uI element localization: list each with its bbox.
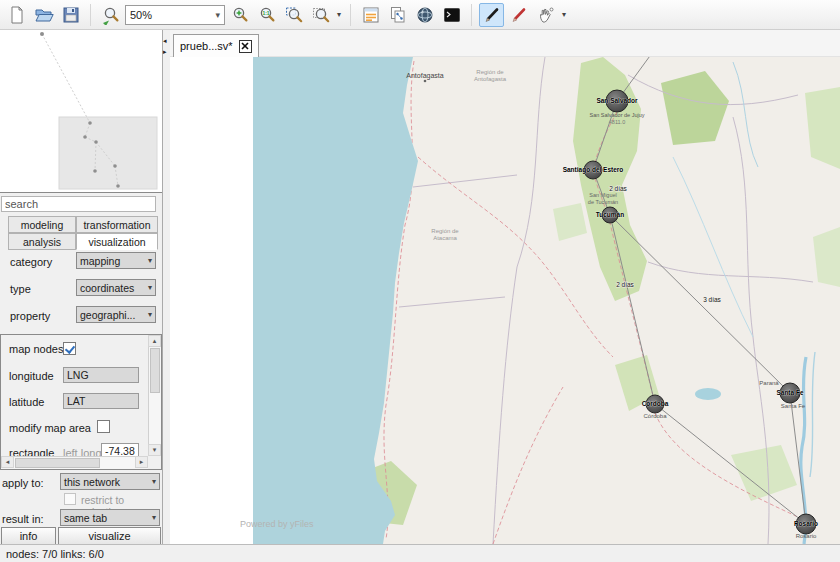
console-button[interactable]	[439, 3, 464, 27]
property-value: geographi...	[80, 309, 135, 321]
chevron-down-icon: ▾	[148, 310, 152, 319]
map-place-label: Región de	[476, 69, 504, 75]
scroll-right-icon[interactable]: ▸	[135, 456, 148, 468]
edge-label: 2 días	[616, 281, 634, 288]
map: AntofagastaRegión deAntofagastaRegión de…	[253, 57, 840, 544]
horizontal-scroll-thumb[interactable]	[15, 458, 100, 468]
zoom-fit-icon	[101, 5, 121, 25]
apply-to-label: apply to:	[2, 477, 44, 489]
zoom-in-button[interactable]	[227, 3, 252, 27]
console-icon	[442, 5, 462, 25]
overview-viewport-rect[interactable]	[59, 117, 157, 189]
globe-icon	[415, 5, 435, 25]
zoom-selection-button[interactable]	[281, 3, 306, 27]
zoom-in-icon	[230, 5, 250, 25]
map-place-label: Atacama	[433, 235, 457, 241]
tab-analysis[interactable]: analysis	[8, 233, 76, 250]
document-tab[interactable]: prueb...sv*	[173, 34, 259, 57]
hand-menu-caret[interactable]: ▾	[562, 10, 566, 19]
node-label: Santa Fe	[776, 389, 803, 396]
map-nodes-label: map nodes	[9, 343, 63, 355]
map-place-label: Antofagasta	[474, 76, 507, 82]
scroll-left-icon[interactable]: ◂	[1, 456, 14, 468]
panel-splitter[interactable]: ◂ ▸	[163, 30, 170, 544]
chevron-down-icon: ▾	[152, 513, 156, 522]
toolbar-separator	[350, 4, 351, 26]
result-in-select[interactable]: same tab▾	[60, 509, 160, 526]
latitude-field[interactable]: LAT	[63, 393, 139, 409]
globe-view-button[interactable]	[412, 3, 437, 27]
property-select[interactable]: geographi...▾	[76, 306, 156, 323]
map-nodes-checkbox[interactable]	[63, 342, 76, 355]
vertical-scroll-thumb[interactable]	[150, 348, 160, 393]
longitude-field[interactable]: LNG	[63, 367, 139, 383]
left-panel: modeling transformation analysis visuali…	[0, 30, 163, 544]
edge-label: 3 días	[703, 296, 721, 303]
zoom-rectangle-button[interactable]	[308, 3, 333, 27]
restrict-to-selection-checkbox[interactable]	[64, 493, 76, 505]
zoom-menu-caret[interactable]: ▾	[337, 10, 341, 19]
scroll-up-icon[interactable]: ▴	[148, 335, 161, 347]
zoom-actual-size-icon: 1:1	[257, 5, 277, 25]
map-attribution: Powered by yFiles	[240, 519, 314, 529]
latitude-value: LAT	[67, 395, 85, 407]
application-window: 50% ▾ 1:1 ▾	[0, 0, 840, 562]
status-bar: nodes: 7/0 links: 6/0	[0, 544, 840, 562]
node-label: Santiago del Estero	[563, 166, 624, 174]
type-select[interactable]: coordinates▾	[76, 279, 156, 296]
save-button[interactable]	[58, 3, 83, 27]
properties-panel-button[interactable]	[358, 3, 383, 27]
toolbar: 50% ▾ 1:1 ▾	[0, 0, 840, 30]
result-in-value: same tab	[64, 512, 107, 524]
map-city-dot	[424, 80, 427, 83]
tab-modeling[interactable]: modeling	[8, 216, 76, 233]
visualize-button[interactable]: visualize	[58, 527, 161, 545]
map-place-label: Santa Fe	[781, 403, 806, 409]
zoom-actual-size-button[interactable]: 1:1	[254, 3, 279, 27]
mapping-options-panel: map nodes longitude LNG latitude LAT mod…	[0, 334, 162, 470]
map-place-label: Córdoba	[643, 413, 667, 419]
options-vertical-scrollbar[interactable]: ▴ ▾	[148, 335, 161, 456]
map-place-label: San Salvador de Jujuy	[589, 112, 644, 118]
collapse-right-icon[interactable]: ▸	[163, 47, 167, 57]
open-file-button[interactable]	[31, 3, 56, 27]
document-tabbar: prueb...sv*	[170, 30, 840, 57]
node-label: San Salvador	[596, 97, 638, 104]
network-overview-panel[interactable]	[0, 30, 162, 193]
collapse-left-icon[interactable]: ◂	[163, 36, 167, 46]
map-place-label: Paraná	[759, 380, 779, 386]
red-pen-icon	[509, 5, 529, 25]
modify-map-area-checkbox[interactable]	[97, 420, 110, 433]
zoom-rectangle-icon	[311, 5, 331, 25]
tab-visualization[interactable]: visualization	[76, 233, 158, 250]
category-value: mapping	[80, 255, 120, 267]
node-label: Tucumán	[596, 211, 624, 218]
copy-network-icon	[388, 5, 408, 25]
copy-network-button[interactable]	[385, 3, 410, 27]
category-select[interactable]: mapping▾	[76, 252, 156, 269]
open-folder-icon	[34, 5, 54, 25]
map-place-label: 4811.0	[609, 119, 625, 125]
pan-hand-button[interactable]	[533, 3, 558, 27]
properties-panel-icon	[361, 5, 381, 25]
map-place-label: Región de	[431, 228, 459, 234]
apply-to-select[interactable]: this network▾	[60, 473, 160, 490]
options-horizontal-scrollbar[interactable]: ◂ ▸	[1, 456, 148, 469]
info-button[interactable]: info	[1, 527, 56, 545]
edit-pen-button[interactable]	[479, 3, 504, 27]
scroll-down-icon[interactable]: ▾	[148, 444, 161, 456]
zoom-fit-button[interactable]	[98, 3, 123, 27]
tab-transformation[interactable]: transformation	[76, 216, 158, 233]
edit-pen-red-button[interactable]	[506, 3, 531, 27]
zoom-level-combo[interactable]: 50% ▾	[125, 5, 225, 25]
panel-tabs: modeling transformation analysis visuali…	[8, 216, 158, 250]
edge-label: 2 días	[609, 185, 627, 192]
overview-graphic	[0, 30, 162, 192]
search-input[interactable]	[1, 196, 156, 212]
toolbar-separator	[90, 4, 91, 26]
map-canvas[interactable]: AntofagastaRegión deAntofagastaRegión de…	[170, 57, 840, 544]
new-document-button[interactable]	[4, 3, 29, 27]
latitude-label: latitude	[9, 396, 44, 408]
close-tab-icon[interactable]	[239, 40, 252, 53]
svg-text:1:1: 1:1	[262, 10, 269, 16]
